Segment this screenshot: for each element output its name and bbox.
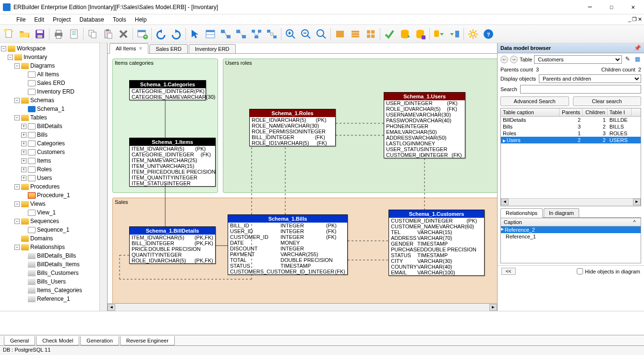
- mdi-minimize-icon[interactable]: _: [628, 16, 631, 23]
- entity-roles[interactable]: Schema_1.Roles ROLE_IDVARCHAR(5)(PK)ROLE…: [249, 109, 336, 146]
- view-mode-1-button[interactable]: [333, 27, 347, 41]
- paste-button[interactable]: [101, 27, 115, 41]
- reverse-engineer-button[interactable]: [432, 27, 446, 41]
- tree-item[interactable]: BillDetails: [37, 123, 62, 130]
- report-button[interactable]: [67, 27, 81, 41]
- expand-icon[interactable]: −: [14, 98, 20, 103]
- expand-icon[interactable]: +: [21, 158, 26, 164]
- erd-canvas[interactable]: Items categories Users roles Sales Schem…: [108, 54, 497, 303]
- tree-item[interactable]: Items: [37, 157, 51, 164]
- tree-item[interactable]: All Items: [37, 71, 59, 78]
- validate-button[interactable]: [382, 27, 397, 41]
- expand-icon[interactable]: +: [21, 150, 26, 155]
- help-button[interactable]: ?: [481, 27, 496, 41]
- generate-db-button[interactable]: [398, 27, 412, 41]
- tree-root[interactable]: Workspace: [17, 45, 46, 52]
- zoom-in-button[interactable]: [283, 27, 298, 41]
- expand-icon[interactable]: +: [21, 141, 26, 146]
- expand-icon[interactable]: +: [21, 124, 26, 129]
- close-button[interactable]: ✕: [622, 0, 644, 14]
- expand-icon[interactable]: −: [14, 245, 20, 250]
- view-mode-2-button[interactable]: [348, 27, 363, 41]
- object-select[interactable]: Customers: [534, 55, 622, 64]
- col-caption[interactable]: Table caption: [501, 108, 559, 116]
- tab-all-items[interactable]: All Items×: [109, 43, 148, 54]
- relation-2-button[interactable]: [234, 27, 248, 41]
- tree-item[interactable]: Items_Categories: [37, 287, 82, 294]
- view-mode-3-button[interactable]: [364, 27, 378, 41]
- nav-prev-button[interactable]: <<: [501, 268, 516, 275]
- tree-item[interactable]: View_1: [37, 209, 56, 216]
- scroll-left-icon[interactable]: ◄: [501, 199, 509, 205]
- tree-views[interactable]: Views: [30, 201, 46, 207]
- scroll-left-icon[interactable]: ◄: [108, 304, 115, 311]
- search-input[interactable]: [520, 85, 641, 94]
- tree-item[interactable]: Reference_1: [37, 296, 70, 302]
- zoom-out-button[interactable]: [299, 27, 313, 41]
- relationship-row[interactable]: Reference_1: [501, 233, 641, 240]
- expand-icon[interactable]: +: [21, 167, 26, 172]
- tree-item[interactable]: Bills: [37, 131, 48, 138]
- relationships-grid[interactable]: Caption^ Reference_2Reference_1: [500, 218, 641, 263]
- grid-row[interactable]: Bills32BILLS: [501, 123, 641, 130]
- tree-relationships[interactable]: Relationships: [30, 244, 65, 250]
- tree-procedures[interactable]: Procedures: [30, 183, 60, 190]
- tree-item[interactable]: Bills_Users: [37, 278, 66, 285]
- delete-button[interactable]: [116, 27, 131, 41]
- tab-sales-erd[interactable]: Sales ERD: [149, 44, 188, 53]
- menu-file[interactable]: File: [12, 15, 29, 24]
- tree-item[interactable]: Roles: [37, 166, 52, 173]
- col-table[interactable]: Table I: [608, 108, 632, 116]
- expand-icon[interactable]: −: [14, 115, 20, 120]
- expand-icon[interactable]: −: [14, 201, 20, 207]
- bottom-tab-generation[interactable]: Generation: [80, 336, 119, 345]
- tree-diagrams[interactable]: Diagrams: [30, 62, 55, 69]
- expand-icon[interactable]: +: [21, 176, 26, 181]
- locate-icon[interactable]: ▦: [633, 56, 641, 63]
- expand-icon[interactable]: −: [8, 55, 13, 60]
- save-button[interactable]: [33, 27, 47, 41]
- col-parents[interactable]: Parents: [559, 108, 583, 116]
- tree-item[interactable]: Sales ERD: [37, 80, 65, 86]
- menu-edit[interactable]: Edit: [30, 15, 48, 24]
- bottom-tab-general[interactable]: General: [4, 336, 35, 345]
- tree-scrollbar[interactable]: [99, 43, 107, 311]
- subtab-relationships[interactable]: Relationships: [500, 208, 543, 218]
- minimize-button[interactable]: ─: [579, 0, 601, 14]
- grid-hscroll[interactable]: ◄►: [501, 198, 641, 206]
- entity-billdetails[interactable]: Schema_1.BillDetails ITEM_IDVARCHAR(5)(P…: [129, 226, 216, 264]
- bottom-tab-check[interactable]: Check Model: [36, 336, 79, 345]
- tree-item[interactable]: Categories: [37, 140, 65, 147]
- open-button[interactable]: [17, 27, 32, 41]
- relation-3-button[interactable]: [249, 27, 264, 41]
- col-children[interactable]: Children: [583, 108, 608, 116]
- print-button[interactable]: [51, 27, 66, 41]
- tree-item[interactable]: Bills_Customers: [37, 270, 79, 276]
- menu-database[interactable]: Database: [75, 15, 108, 24]
- scroll-right-icon[interactable]: ►: [633, 199, 641, 205]
- tree-item[interactable]: Procedure_1: [37, 192, 70, 199]
- tree-item[interactable]: BillDetails_Items: [37, 261, 80, 268]
- browser-grid[interactable]: Table caption Parents Children Table I B…: [500, 108, 641, 206]
- grid-row[interactable]: ▶Users22USERS: [501, 137, 641, 143]
- tree-item[interactable]: BillDetails_Bills: [37, 252, 76, 259]
- undo-button[interactable]: [154, 27, 168, 41]
- relation-4-button[interactable]: [265, 27, 279, 41]
- entity-bills[interactable]: Schema_1.Bills BILL_IDINTEGER(PK)USER_ID…: [228, 214, 348, 275]
- new-button[interactable]: [2, 27, 16, 41]
- display-objects-select[interactable]: Parents and children: [539, 74, 641, 83]
- relationship-row[interactable]: Reference_2: [501, 226, 641, 233]
- tree-item[interactable]: Customers: [37, 149, 65, 155]
- tree-item[interactable]: Users: [37, 175, 52, 181]
- subtab-in-diagram[interactable]: In diagram: [544, 208, 579, 217]
- menu-tools[interactable]: Tools: [109, 15, 130, 24]
- tree-item[interactable]: Inventory ERD: [37, 88, 74, 95]
- save-db-button[interactable]: [413, 27, 427, 41]
- clear-search-button[interactable]: Clear search: [573, 96, 642, 106]
- grid-row[interactable]: BillDetails21BILLDE: [501, 117, 641, 123]
- nav-back-icon[interactable]: ←: [500, 56, 508, 63]
- workspace-tree[interactable]: −Workspace −Invontary −Diagrams All Item…: [0, 43, 108, 311]
- entity-customers[interactable]: Schema_1.Customers CUSTOMER_IDINTEGER(PK…: [389, 210, 485, 276]
- forward-engineer-button[interactable]: [447, 27, 462, 41]
- entity-categories[interactable]: Schema_1.Categories CATEGORIE_IDINTEGER(…: [129, 80, 206, 100]
